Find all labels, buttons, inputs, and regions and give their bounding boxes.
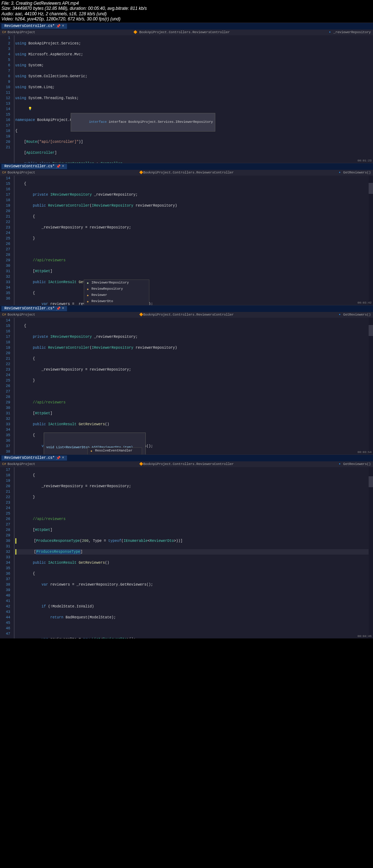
code-content[interactable]: { private IReviewerRepository _reviewerR… [15, 176, 373, 305]
tab-bar: ReviewersController.cs*📌× [0, 305, 373, 312]
scrollbar[interactable] [369, 318, 373, 454]
breadcrumb-project[interactable]: C# BookApiProject [2, 31, 35, 34]
intellisense-item[interactable]: ◆ReviewRepository [84, 286, 149, 292]
breadcrumb-bar: C#BookApiProject 🔶BookApiProject.Control… [0, 170, 373, 176]
close-icon[interactable]: × [62, 24, 64, 28]
video-line: Video: h264, yuv420p, 1280x720, 672 kb/s… [1, 16, 372, 21]
breadcrumb-bar: C#BookApiProject 🔶BookApiProject.Control… [0, 312, 373, 318]
class-icon: 🔶 [133, 31, 137, 34]
code-area[interactable]: 1415161718192021222324252627282930313233… [0, 318, 373, 454]
tab-bar: ReviewersController.cs* 📌 × [0, 163, 373, 170]
scrollbar[interactable] [369, 176, 373, 305]
code-area[interactable]: 1415161718192021222324252627282930313233… [0, 176, 373, 305]
file-tab[interactable]: ReviewersController.cs*📌× [1, 455, 67, 461]
lightbulb-icon[interactable]: 💡 [28, 106, 32, 112]
tab-bar: ReviewersController.cs*📌× [0, 455, 373, 461]
editor-panel-4: ReviewersController.cs*📌× C#BookApiProje… [0, 454, 373, 638]
breadcrumb-class[interactable]: 🔶 BookApiProject.Controllers.ReviewersCo… [133, 30, 230, 34]
line-gutter: 1415161718192021222324252627282930313233… [0, 176, 15, 305]
line-gutter: 1415161718192021222324252627282930313233… [0, 318, 15, 454]
tab-bar: ReviewersController.cs* 📌 × [0, 23, 373, 30]
close-icon[interactable]: × [62, 164, 64, 168]
editor-panel-3: ReviewersController.cs*📌× C#BookApiProje… [0, 305, 373, 454]
timestamp: 00:01:23 [358, 159, 372, 162]
code-area[interactable]: 123456789101112131415161718192021 using … [0, 35, 373, 163]
pin-icon[interactable]: 📌 [56, 24, 60, 28]
intellisense-item[interactable]: ◆IReviewerRepository [84, 280, 149, 286]
intellisense-item[interactable]: ◆ReviewerDto [84, 298, 149, 305]
file-info-header: File: 3. Creating GetReviewers API.mp4 S… [0, 0, 373, 23]
code-content[interactable]: { _reviewerRepository = reviewerReposito… [15, 467, 373, 638]
breadcrumb-member[interactable]: 🔹GetReviewers() [338, 171, 371, 175]
line-gutter: 123456789101112131415161718192021 [0, 35, 15, 163]
file-tab[interactable]: ReviewersController.cs*📌× [1, 306, 67, 311]
breadcrumb-bar: C#BookApiProject 🔶BookApiProject.Control… [0, 461, 373, 467]
code-area[interactable]: 1718192021222324252627282930313233343536… [0, 467, 373, 638]
file-line: File: 3. Creating GetReviewers API.mp4 [1, 1, 372, 6]
timestamp: 00:03:54 [358, 450, 372, 454]
audio-line: Audio: aac, 44100 Hz, 2 channels, s16, 1… [1, 11, 372, 16]
breadcrumb-class[interactable]: 🔶BookApiProject.Controllers.ReviewersCon… [139, 171, 233, 175]
breadcrumb-member[interactable]: 🔹_reviewerRepository [328, 30, 371, 34]
code-content[interactable]: { private IReviewerRepository _reviewerR… [15, 318, 373, 454]
editor-panel-2: ReviewersController.cs* 📌 × C#BookApiPro… [0, 163, 373, 305]
breadcrumb-project[interactable]: C#BookApiProject [2, 171, 35, 175]
code-content[interactable]: using BookApiProject.Services; using Mic… [15, 35, 373, 163]
size-line: Size: 34449870 bytes (32.85 MiB), durati… [1, 6, 372, 11]
breadcrumb-bar: C# BookApiProject 🔶 BookApiProject.Contr… [0, 30, 373, 35]
tab-label: ReviewersController.cs* [4, 24, 55, 28]
scrollbar[interactable] [369, 467, 373, 638]
timestamp: 00:03:42 [358, 301, 372, 304]
file-tab[interactable]: ReviewersController.cs* 📌 × [1, 164, 67, 169]
editor-panel-1: ReviewersController.cs* 📌 × C# BookApiPr… [0, 23, 373, 163]
intellisense-item[interactable]: ◆ResolveEventHandler [88, 448, 142, 454]
file-tab[interactable]: ReviewersController.cs* 📌 × [1, 24, 67, 29]
timestamp: 00:04:46 [358, 634, 372, 638]
csharp-icon: C# [2, 31, 6, 34]
type-tooltip: interface interface BookApiProject.Servi… [71, 113, 215, 132]
intellisense-item[interactable]: ◆Reviewer [84, 292, 149, 298]
line-gutter: 1718192021222324252627282930313233343536… [0, 467, 15, 638]
pin-icon[interactable]: 📌 [56, 164, 60, 169]
